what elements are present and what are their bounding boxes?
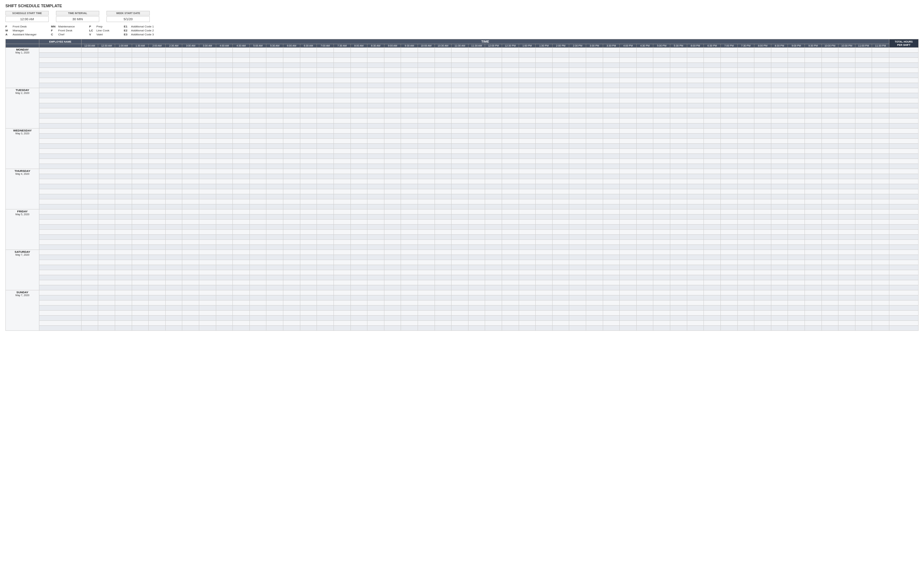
time-slot-cell[interactable]	[98, 83, 115, 88]
time-slot-cell[interactable]	[351, 315, 368, 321]
time-slot-cell[interactable]	[266, 265, 284, 270]
time-slot-cell[interactable]	[401, 300, 418, 306]
time-slot-cell[interactable]	[418, 296, 435, 300]
time-slot-cell[interactable]	[519, 53, 536, 58]
time-slot-cell[interactable]	[822, 149, 838, 154]
time-slot-cell[interactable]	[182, 194, 199, 199]
time-slot-cell[interactable]	[284, 149, 300, 154]
time-slot-cell[interactable]	[620, 270, 637, 275]
time-slot-cell[interactable]	[519, 93, 536, 98]
time-slot-cell[interactable]	[636, 250, 653, 255]
time-slot-cell[interactable]	[266, 179, 284, 184]
time-slot-cell[interactable]	[351, 219, 368, 225]
time-slot-cell[interactable]	[704, 113, 721, 119]
time-slot-cell[interactable]	[333, 83, 351, 88]
time-slot-cell[interactable]	[452, 311, 468, 315]
time-slot-cell[interactable]	[653, 179, 670, 184]
time-slot-cell[interactable]	[804, 296, 822, 300]
time-slot-cell[interactable]	[838, 290, 855, 296]
time-slot-cell[interactable]	[872, 311, 889, 315]
time-slot-cell[interactable]	[266, 134, 284, 139]
time-slot-cell[interactable]	[351, 88, 368, 93]
time-slot-cell[interactable]	[653, 154, 670, 159]
time-slot-cell[interactable]	[199, 280, 216, 285]
time-slot-cell[interactable]	[603, 209, 620, 215]
time-slot-cell[interactable]	[182, 83, 199, 88]
time-slot-cell[interactable]	[519, 184, 536, 189]
time-slot-cell[interactable]	[165, 119, 182, 123]
time-slot-cell[interactable]	[435, 215, 452, 219]
time-slot-cell[interactable]	[98, 215, 115, 219]
time-slot-cell[interactable]	[569, 275, 586, 280]
time-slot-cell[interactable]	[788, 174, 805, 179]
time-slot-cell[interactable]	[351, 123, 368, 129]
time-slot-cell[interactable]	[788, 311, 805, 315]
time-slot-cell[interactable]	[149, 159, 166, 164]
time-slot-cell[interactable]	[704, 235, 721, 240]
time-slot-cell[interactable]	[855, 255, 872, 260]
time-slot-cell[interactable]	[384, 174, 401, 179]
time-slot-cell[interactable]	[351, 306, 368, 311]
time-slot-cell[interactable]	[519, 73, 536, 78]
time-slot-cell[interactable]	[249, 290, 266, 296]
time-slot-cell[interactable]	[401, 240, 418, 245]
time-slot-cell[interactable]	[519, 230, 536, 235]
time-slot-cell[interactable]	[333, 139, 351, 144]
time-slot-cell[interactable]	[468, 139, 485, 144]
time-slot-cell[interactable]	[98, 48, 115, 53]
time-slot-cell[interactable]	[519, 275, 536, 280]
time-slot-cell[interactable]	[754, 215, 771, 219]
time-slot-cell[interactable]	[182, 144, 199, 149]
time-slot-cell[interactable]	[653, 68, 670, 73]
time-slot-cell[interactable]	[838, 68, 855, 73]
time-slot-cell[interactable]	[182, 306, 199, 311]
time-slot-cell[interactable]	[435, 245, 452, 250]
time-slot-cell[interactable]	[636, 129, 653, 134]
time-slot-cell[interactable]	[182, 265, 199, 270]
time-slot-cell[interactable]	[754, 315, 771, 321]
time-slot-cell[interactable]	[670, 306, 687, 311]
employee-name-cell[interactable]	[39, 245, 82, 250]
time-slot-cell[interactable]	[754, 53, 771, 58]
time-slot-cell[interactable]	[653, 209, 670, 215]
time-slot-cell[interactable]	[822, 225, 838, 230]
time-slot-cell[interactable]	[754, 88, 771, 93]
time-slot-cell[interactable]	[855, 306, 872, 311]
time-slot-cell[interactable]	[620, 169, 637, 174]
time-slot-cell[interactable]	[502, 98, 519, 103]
time-slot-cell[interactable]	[351, 255, 368, 260]
time-slot-cell[interactable]	[284, 290, 300, 296]
time-slot-cell[interactable]	[333, 134, 351, 139]
time-slot-cell[interactable]	[519, 235, 536, 240]
time-slot-cell[interactable]	[216, 53, 233, 58]
time-slot-cell[interactable]	[149, 119, 166, 123]
time-slot-cell[interactable]	[333, 174, 351, 179]
time-slot-cell[interactable]	[468, 134, 485, 139]
time-slot-cell[interactable]	[687, 321, 704, 326]
time-slot-cell[interactable]	[249, 108, 266, 113]
time-slot-cell[interactable]	[536, 265, 553, 270]
time-slot-cell[interactable]	[687, 290, 704, 296]
time-slot-cell[interactable]	[552, 134, 569, 139]
time-slot-cell[interactable]	[468, 235, 485, 240]
time-slot-cell[interactable]	[300, 108, 317, 113]
time-slot-cell[interactable]	[804, 108, 822, 113]
time-slot-cell[interactable]	[737, 113, 754, 119]
time-slot-cell[interactable]	[704, 68, 721, 73]
time-slot-cell[interactable]	[704, 260, 721, 265]
time-slot-cell[interactable]	[333, 225, 351, 230]
time-slot-cell[interactable]	[182, 119, 199, 123]
time-slot-cell[interactable]	[737, 321, 754, 326]
time-slot-cell[interactable]	[788, 93, 805, 98]
time-slot-cell[interactable]	[838, 209, 855, 215]
time-slot-cell[interactable]	[233, 98, 250, 103]
time-slot-cell[interactable]	[216, 98, 233, 103]
time-slot-cell[interactable]	[266, 245, 284, 250]
time-slot-cell[interactable]	[418, 83, 435, 88]
time-slot-cell[interactable]	[300, 225, 317, 230]
time-slot-cell[interactable]	[822, 290, 838, 296]
time-slot-cell[interactable]	[603, 204, 620, 209]
time-slot-cell[interactable]	[653, 149, 670, 154]
time-slot-cell[interactable]	[771, 134, 788, 139]
time-slot-cell[interactable]	[536, 108, 553, 113]
